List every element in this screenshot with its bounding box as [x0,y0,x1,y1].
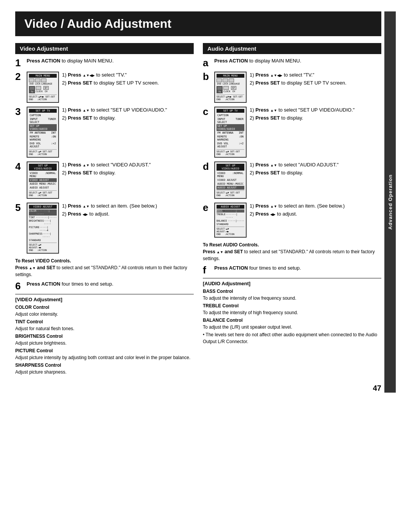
footer-e2: ADJUST:◀▶ [217,230,244,233]
bass-ctrl-desc: To adjust the intensity of low frequency… [203,296,296,301]
menu-input: INPUT SELECTTUNER [29,117,57,124]
step-4-instr-2: 2) Press SET to display. [62,169,194,176]
step-2-number: 2 [15,72,24,81]
step-d-number: d [203,161,211,171]
menu-video-adjust: VIDEO ADJUST [29,178,57,182]
step-5-screen: VIDEO ADJUST COLOR········|····· TINT···… [27,203,59,254]
footer-c2: END :ACTION [217,153,244,155]
step-5-screen-area: VIDEO ADJUST COLOR········|····· TINT···… [27,203,59,254]
reset-note-text: Press and SET to select and set "STANDAR… [15,264,194,278]
step-b-instr-2: 2) Press SET to display SET UP TV screen… [250,80,381,86]
footer-text-3: SELECT:▲▼ SET:SET [29,150,57,153]
audio-reset-note-title: To Reset AUDIO Controls. [203,242,259,248]
screen-title-c: SET UP TV [217,109,244,113]
bar-bass: BASS·······|····· [217,209,244,212]
footer-e3: END :ACTION [217,233,244,235]
menu-caption-c: CAPTION [217,113,244,117]
step-5-instructions: 1) Press to select an item. (See below.)… [62,203,194,219]
step-3-instructions: 1) Press to select "SET UP VIDEO/AUDIO."… [62,107,194,123]
menu-video-menu-d: VIDEO MENU:NORMAL [217,171,244,178]
screen-title-e: AUDIO ADJUST [217,205,244,209]
video-step-1: 1 Press ACTION to display MAIN MENU. [15,58,194,68]
screen-icon-tv-b: TV [217,86,223,93]
step-a-bold: Press ACTION [214,58,248,64]
main-wrapper: Video / Audio Adjustment Video Adjustmen… [15,11,396,393]
audio-controls-title: [AUDIO Adjustment] [203,281,381,286]
step-f-bold: Press ACTION [214,265,248,271]
menu-dvd-vol-c: DVD VOL ADJUST:+2 [217,142,244,149]
screen-footer-text: SELECT:▲▼◀▶ SET:SET [29,95,57,98]
step-3-screen-area: SET UP TV CAPTION INPUT SELECTTUNER SET … [27,107,59,158]
footer-b1: SELECT:▲▼◀▶ SET:SET [217,95,244,98]
balance-ctrl-label: BALANCE Control [203,318,243,323]
screen-footer-5: SELECT:▲▼ ADJUST:◀▶ END :ACTION [29,243,57,251]
video-step-2: 2 MAIN MENU DVD LOCK LANGUAGE TV CLOC [15,72,194,103]
screen-title-b: MAIN MENU [217,74,244,78]
bar-tint: TINT········|····· [29,216,57,219]
sharpness-ctrl-desc: Adjust picture sharpness. [15,369,67,375]
audio-controls-text: BASS Control To adjust the intensity of … [203,288,381,345]
step-3-instr-1: 1) Press to select "SET UP VIDEO/AUDIO." [62,107,194,113]
balance-ctrl-desc: To adjust the (L/R) unit speaker output … [203,324,292,330]
step-b-instr-1: 1) Press to select "TV." [250,72,381,78]
audio-step-d: d SET UP VIDEO/AUDIO VIDEO MENU:NORMAL V… [203,161,381,199]
footer-c1: SELECT:▲▼ SET:SET [217,150,244,153]
menu-dvd-vol: DVD VOL ADJUST:+2 [29,142,57,149]
bar-standard-e: STANDARD [217,223,244,226]
screen-icon-clock-b: CLOCK [223,86,230,93]
step-d-instr-1: 1) Press to select "AUDIO ADJUST." [250,161,381,168]
footer-text-4: SELECT:▲▼ SET:SET [29,191,57,194]
page-title: Video / Audio Adjustment [15,11,381,36]
page-number: 47 [15,384,381,393]
audio-step-e: e AUDIO ADJUST BASS·······|····· TREBLE·… [203,203,381,238]
footer-text-3b: END :ACTION [29,153,57,155]
step-1-number: 1 [15,58,24,68]
audio-controls-section: [AUDIO Adjustment] BASS Control To adjus… [203,278,381,345]
step-4-instructions: 1) Press to select "VIDEO ADJUST." 2) Pr… [62,161,194,177]
menu-setup-video-c: SET UP VIDEO/AUDIO [217,124,244,131]
screen-title-d: SET UP VIDEO/AUDIO [217,164,244,171]
step-c-instructions: 1) Press to select "SET UP VIDEO/AUDIO."… [250,107,381,123]
screen-icon-lang: LANGUAGE [41,78,52,85]
audio-reset-note-text: Press and SET to select and set "STANDAR… [203,248,381,262]
screen-icons-row2-b: TV CLOCK 5³CH [217,86,244,93]
step-3-number: 3 [15,107,24,117]
step-6-number: 6 [15,281,24,291]
menu-fm-ant-c: FM ANTENNAINT [217,131,244,135]
menu-remote: REMOTE WARNING:ON [29,135,57,142]
footer-e1: SELECT:▲▼ [217,227,244,230]
video-reset-note: To Reset VIDEO Controls. Press and SET t… [15,257,194,278]
video-step-4: 4 SET UP VIDEO/AUDIO VIDEO MENU:NORMAL V… [15,161,194,199]
video-step-3: 3 SET UP TV CAPTION INPUT SELECTTUNER SE… [15,107,194,158]
step-1-content: Press ACTION to display MAIN MENU. [27,58,194,64]
screen-title-3: SET UP TV [29,109,57,113]
step-5-number: 5 [15,203,24,212]
screen-footer-e: SELECT:▲▼ ADJUST:◀▶ END :ACTION [217,227,244,235]
screen-title-5: VIDEO ADJUST [29,205,57,209]
step-e-screen-area: AUDIO ADJUST BASS·······|····· TREBLE···… [214,203,247,238]
tint-ctrl-label: TINT Control [15,319,43,324]
video-adjustment-column: Video Adjustment 1 Press ACTION to displ… [15,43,194,376]
treble-ctrl-desc: To adjust the intensity of high frequenc… [203,310,298,315]
screen-icon-tv: TV [29,86,35,93]
brightness-ctrl-desc: Adjust picture brightness. [15,340,67,346]
step-c-instr-2: 2) Press SET to display. [250,115,381,121]
screen-icons-b: DVD LOCK LANGUAGE [217,78,244,85]
treble-ctrl-label: TREBLE Control [203,303,239,308]
footer-text-5: SELECT:▲▼ [29,243,57,246]
screen-icon-ch-b: 5³CH [231,86,236,93]
screen-icon-clock: CLOCK [36,86,43,93]
step-d-screen: SET UP VIDEO/AUDIO VIDEO MENU:NORMAL VID… [214,161,247,199]
screen-icon-dvd-b: DVD [217,78,222,85]
screen-icons-row2: TV CLOCK 5³CH [29,86,57,93]
step-b-instructions: 1) Press to select "TV." 2) Press SET to… [250,72,381,88]
video-section-header: Video Adjustment [15,43,194,54]
step-f-number: f [203,265,211,275]
menu-fm-ant: FM ANTENNAINT [29,131,57,135]
screen-footer-4: SELECT:▲▼ SET:SET END :ACTION [29,190,57,197]
footer-d2: END :ACTION [217,194,244,197]
screen-title-4: SET UP VIDEO/AUDIO [29,164,57,171]
sharpness-ctrl-label: SHARPNESS Control [15,363,61,368]
bar-picture: PICTURE·····|····-4 [29,226,57,232]
step-c-number: c [203,107,211,117]
